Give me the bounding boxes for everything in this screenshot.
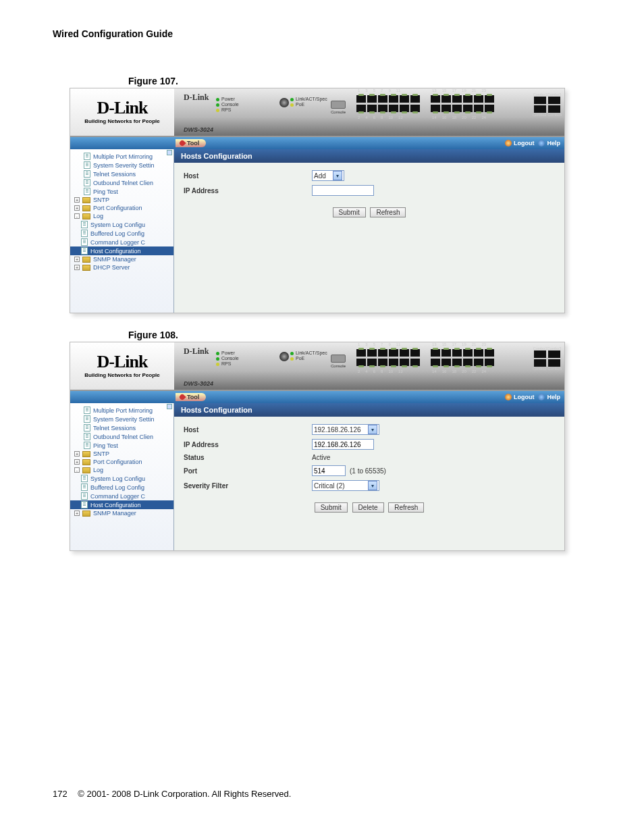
nav-tree[interactable]: Multiple Port MirroringSystem Severity S… [70, 149, 174, 313]
logout-button[interactable]: Logout [505, 394, 535, 400]
screenshot-107: D-Link Building Networks for People D-Li… [70, 88, 565, 313]
nav-item[interactable]: Ping Test [70, 441, 173, 450]
nav-item[interactable]: Telnet Sessions [70, 170, 173, 178]
nav-item-label: System Log Configu [90, 221, 145, 228]
nav-item[interactable]: System Severity Settin [70, 161, 173, 170]
delete-button[interactable]: Delete [352, 502, 384, 513]
expand-icon[interactable]: + [74, 265, 80, 270]
nav-item[interactable]: +SNTP [70, 196, 173, 204]
nav-item[interactable]: +SNMP Manager [70, 255, 173, 263]
nav-item[interactable]: Buffered Log Config [70, 483, 173, 492]
device-graphic: D-Link DWS-3024 Power Console RPS Link/A… [174, 88, 564, 136]
nav-item[interactable]: +Port Configuration [70, 204, 173, 212]
nav-item[interactable]: +DHCP Server [70, 263, 173, 271]
ip-input[interactable] [312, 439, 374, 450]
nav-item[interactable]: +SNMP Manager [70, 509, 173, 517]
nav-item-label: Telnet Sessions [93, 425, 136, 432]
submit-button[interactable]: Submit [333, 207, 366, 217]
nav-item[interactable]: -Log [70, 212, 173, 220]
tool-button[interactable]: Tool [176, 393, 206, 401]
console-port-area: Console [331, 101, 346, 114]
document-icon [84, 442, 90, 449]
expand-icon[interactable]: + [74, 257, 80, 262]
port-numbers-block1-top: 1357911 [358, 342, 400, 346]
nav-item-label: DHCP Server [93, 264, 130, 271]
nav-item[interactable]: System Log Configu [70, 474, 173, 483]
console-led-icon [216, 103, 219, 107]
fan-icon [279, 352, 289, 361]
port-block-2 [431, 95, 494, 103]
expand-icon[interactable]: + [74, 511, 80, 516]
nav-item-label: Command Logger C [90, 493, 145, 500]
nav-tree[interactable]: Multiple Port MirroringSystem Severity S… [70, 403, 174, 550]
submit-button[interactable]: Submit [315, 502, 348, 513]
nav-item-label: SNTP [93, 450, 109, 457]
nav-item-label: SNMP Manager [93, 256, 136, 263]
chevron-down-icon: ▾ [333, 171, 342, 180]
nav-item[interactable]: Multiple Port Mirroring [70, 152, 173, 161]
console-led-label: Console [221, 356, 239, 361]
nav-item[interactable]: Outbound Telnet Clien [70, 178, 173, 187]
refresh-button[interactable]: Refresh [388, 502, 424, 513]
port-block-1 [356, 95, 420, 103]
logo-text: D-Link [70, 98, 174, 118]
document-icon [81, 501, 88, 509]
nav-item[interactable]: Command Logger C [70, 492, 173, 500]
ip-input[interactable] [312, 185, 374, 196]
ip-label: IP Address [184, 441, 312, 448]
nav-item[interactable]: System Log Configu [70, 220, 173, 229]
folder-icon [82, 213, 90, 219]
document-icon [81, 247, 88, 255]
port-label: Port [184, 467, 312, 475]
nav-item[interactable]: Multiple Port Mirroring [70, 406, 173, 415]
expand-icon[interactable]: + [74, 205, 80, 211]
logo-area: D-Link Building Networks for People [70, 342, 174, 390]
collapse-icon[interactable]: - [74, 467, 80, 473]
help-button[interactable]: Help [538, 394, 560, 400]
nav-item-label: Port Configuration [93, 459, 142, 465]
link-led-icon [290, 352, 294, 355]
power-led-icon [216, 352, 219, 355]
toolbar: Tool Logout Help [70, 137, 564, 149]
nav-item-label: Outbound Telnet Clien [93, 434, 153, 440]
collapse-icon[interactable]: - [74, 213, 80, 219]
severity-select[interactable]: Critical (2) ▾ [312, 480, 379, 491]
expand-icon[interactable]: + [74, 197, 80, 203]
logo-tagline: Building Networks for People [70, 118, 174, 124]
status-value: Active [312, 454, 330, 461]
model-label: DWS-3024 [184, 380, 213, 387]
nav-item[interactable]: Host Configuration [70, 246, 173, 255]
expand-icon[interactable]: + [74, 459, 80, 465]
host-select[interactable]: Add ▾ [312, 170, 344, 181]
nav-item[interactable]: System Severity Settin [70, 415, 173, 423]
nav-item-label: Telnet Sessions [93, 171, 136, 178]
host-select[interactable]: 192.168.26.126 ▾ [312, 424, 379, 435]
port-input[interactable] [312, 465, 346, 476]
expand-icon[interactable]: + [74, 451, 80, 457]
scroll-up-icon[interactable] [167, 404, 172, 409]
nav-item-label: Ping Test [93, 442, 118, 449]
combo-bottom-label: Combo2 Combo4 [533, 367, 562, 371]
console-port-icon [331, 355, 346, 363]
nav-item-label: Buffered Log Config [90, 230, 144, 237]
port-block-1 [356, 349, 420, 357]
nav-item[interactable]: +SNTP [70, 450, 173, 458]
nav-item[interactable]: +Port Configuration [70, 458, 173, 466]
nav-item[interactable]: Telnet Sessions [70, 423, 173, 432]
logout-button[interactable]: Logout [505, 140, 535, 147]
nav-item[interactable]: Host Configuration [70, 500, 173, 509]
scroll-up-icon[interactable] [167, 150, 172, 155]
nav-item[interactable]: Outbound Telnet Clien [70, 432, 173, 441]
tool-button[interactable]: Tool [176, 139, 206, 147]
refresh-button[interactable]: Refresh [370, 207, 406, 217]
nav-item[interactable]: Command Logger C [70, 238, 173, 246]
help-button[interactable]: Help [538, 140, 560, 147]
rps-led-icon [216, 363, 219, 366]
nav-item[interactable]: Ping Test [70, 187, 173, 196]
document-icon [81, 230, 88, 237]
nav-item[interactable]: -Log [70, 466, 173, 474]
nav-item[interactable]: Buffered Log Config [70, 229, 173, 238]
status-label: Status [184, 454, 312, 461]
nav-item-label: Ping Test [93, 188, 118, 195]
nav-item-label: Host Configuration [90, 502, 141, 509]
